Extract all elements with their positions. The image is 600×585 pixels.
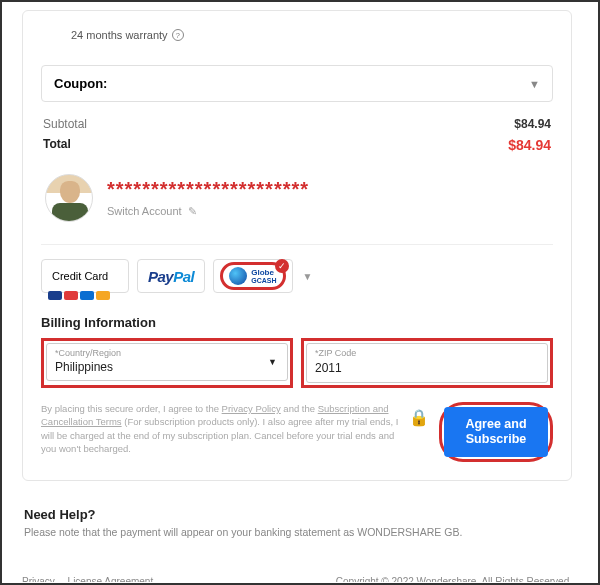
- more-methods-icon[interactable]: ▼: [303, 271, 313, 282]
- window-frame: 24 months warranty ? Coupon: ▼ Subtotal …: [0, 0, 600, 585]
- warranty-text: 24 months warranty: [71, 29, 168, 41]
- gcash-highlight-circle: ✓ Globe GCASH: [220, 262, 285, 290]
- chevron-down-icon: ▼: [529, 78, 540, 90]
- switch-account-label: Switch Account: [107, 205, 182, 217]
- subtotal-row: Subtotal $84.94: [43, 114, 551, 134]
- terms-and: and the: [281, 403, 318, 414]
- account-row: *********************** Switch Account ✎: [41, 162, 553, 230]
- cta-line1: Agree and: [465, 417, 526, 431]
- chevron-down-icon: ▼: [268, 357, 277, 367]
- payment-methods: Credit Card PayPal ✓: [41, 259, 553, 293]
- terms-row: By placing this secure order, I agree to…: [41, 402, 553, 462]
- subtotal-value: $84.94: [514, 117, 551, 131]
- country-highlight: *Country/Region Philippines ▼: [41, 338, 293, 388]
- credit-card-label: Credit Card: [52, 270, 108, 282]
- avatar: [45, 174, 93, 222]
- footer-privacy-link[interactable]: Privacy: [22, 576, 55, 582]
- mastercard-icon: [64, 291, 78, 300]
- help-section: Need Help? Please note that the payment …: [22, 497, 572, 548]
- divider: [41, 244, 553, 245]
- total-row: Total $84.94: [43, 134, 551, 156]
- cta-highlight-circle: Agree and Subscribe: [439, 402, 553, 462]
- zip-field[interactable]: *ZIP Code: [306, 343, 548, 383]
- gcash-text: Globe GCASH: [251, 269, 276, 284]
- billing-title: Billing Information: [41, 315, 553, 330]
- country-value: Philippines: [55, 358, 279, 374]
- account-info: *********************** Switch Account ✎: [107, 179, 309, 218]
- payment-gcash[interactable]: ✓ Globe GCASH: [213, 259, 292, 293]
- totals-block: Subtotal $84.94 Total $84.94: [41, 110, 553, 162]
- country-label: *Country/Region: [55, 348, 279, 358]
- agree-subscribe-button[interactable]: Agree and Subscribe: [444, 407, 548, 457]
- discover-icon: [96, 291, 110, 300]
- footer: Privacy License Agreement Copyright © 20…: [22, 576, 572, 582]
- scroll-area[interactable]: 24 months warranty ? Coupon: ▼ Subtotal …: [2, 2, 592, 582]
- subtotal-label: Subtotal: [43, 117, 87, 131]
- check-icon: ✓: [275, 259, 289, 273]
- privacy-policy-link[interactable]: Privacy Policy: [222, 403, 281, 414]
- coupon-row[interactable]: Coupon: ▼: [41, 65, 553, 102]
- terms-lead: By placing this secure order, I agree to…: [41, 403, 222, 414]
- help-icon[interactable]: ?: [172, 29, 184, 41]
- footer-copyright: Copyright © 2022 Wondershare. All Rights…: [336, 576, 572, 582]
- globe-icon: [229, 267, 247, 285]
- warranty-line: 24 months warranty ?: [41, 23, 553, 65]
- footer-license-link[interactable]: License Agreement: [68, 576, 154, 582]
- footer-links: Privacy License Agreement: [22, 576, 163, 582]
- zip-label: *ZIP Code: [315, 348, 539, 358]
- help-title: Need Help?: [24, 507, 570, 522]
- lock-icon: 🔒: [409, 408, 429, 427]
- account-name-redacted: ***********************: [107, 179, 309, 199]
- total-label: Total: [43, 137, 71, 153]
- coupon-label: Coupon:: [54, 76, 107, 91]
- help-text: Please note that the payment will appear…: [24, 526, 570, 538]
- amex-icon: [80, 291, 94, 300]
- gcash-brand: Globe: [251, 269, 276, 277]
- card-brand-icons: [48, 291, 110, 300]
- billing-row: *Country/Region Philippines ▼ *ZIP Code: [41, 338, 553, 388]
- payment-credit-card[interactable]: Credit Card: [41, 259, 129, 293]
- pencil-icon: ✎: [188, 205, 197, 218]
- page-content: 24 months warranty ? Coupon: ▼ Subtotal …: [2, 10, 592, 582]
- total-value: $84.94: [508, 137, 551, 153]
- zip-highlight: *ZIP Code: [301, 338, 553, 388]
- country-field[interactable]: *Country/Region Philippines ▼: [46, 343, 288, 381]
- terms-text: By placing this secure order, I agree to…: [41, 402, 399, 455]
- visa-icon: [48, 291, 62, 300]
- zip-input[interactable]: [315, 359, 539, 375]
- checkout-card: 24 months warranty ? Coupon: ▼ Subtotal …: [22, 10, 572, 481]
- payment-paypal[interactable]: PayPal: [137, 259, 205, 293]
- switch-account-link[interactable]: Switch Account ✎: [107, 205, 309, 218]
- paypal-logo: PayPal: [148, 268, 194, 285]
- gcash-sub: GCASH: [251, 277, 276, 284]
- cta-line2: Subscribe: [466, 432, 526, 446]
